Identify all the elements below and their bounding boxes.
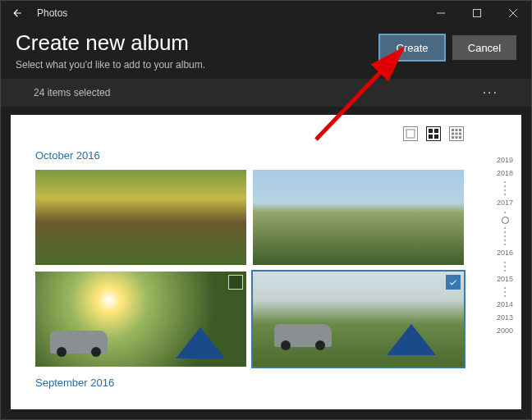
maximize-icon: [473, 9, 481, 17]
photos-window: Photos Create new album Select what you'…: [0, 0, 532, 420]
photo-content: [176, 327, 225, 358]
timeline-current-marker[interactable]: [502, 217, 509, 224]
timeline-dots: [504, 287, 506, 297]
svg-rect-12: [452, 136, 454, 139]
photo-thumbnail[interactable]: [253, 170, 464, 265]
page-header: Create new album Select what you'd like …: [1, 25, 531, 79]
page-title: Create new album: [16, 30, 380, 56]
view-single[interactable]: [403, 126, 418, 141]
svg-rect-3: [434, 129, 438, 133]
photo-content: [274, 324, 332, 347]
window-controls: [423, 1, 531, 25]
selection-checkbox[interactable]: [228, 275, 243, 290]
single-icon: [406, 129, 415, 139]
grid-small-icon: [452, 129, 461, 139]
view-grid-small[interactable]: [449, 126, 464, 141]
section-header-sep[interactable]: September 2016: [35, 377, 464, 389]
timeline-year[interactable]: 2015: [497, 275, 513, 285]
view-toggles: [35, 126, 464, 141]
svg-rect-6: [452, 129, 454, 131]
titlebar: Photos: [1, 1, 531, 25]
app-title: Photos: [34, 7, 67, 19]
timeline-dots: [504, 227, 506, 245]
header-text: Create new album Select what you'd like …: [16, 30, 380, 71]
svg-rect-9: [452, 133, 454, 135]
page-subtitle: Select what you'd like to add to your al…: [16, 59, 380, 71]
maximize-button[interactable]: [459, 1, 495, 25]
minimize-button[interactable]: [423, 1, 459, 25]
photo-grid: [35, 170, 464, 367]
more-button[interactable]: ···: [483, 85, 498, 100]
svg-rect-2: [429, 129, 433, 133]
svg-rect-0: [474, 10, 481, 17]
timeline-year[interactable]: 2019: [497, 156, 513, 166]
svg-rect-13: [456, 136, 458, 139]
svg-rect-5: [434, 135, 438, 139]
timeline-year[interactable]: 2018: [497, 169, 513, 179]
back-button[interactable]: [1, 1, 34, 25]
content-area: October 2016 September 2016: [11, 115, 521, 409]
selection-count: 24 items selected: [34, 87, 110, 98]
svg-rect-11: [459, 133, 461, 135]
photo-thumbnail[interactable]: [35, 170, 246, 265]
timeline-dots: [504, 262, 506, 272]
create-button[interactable]: Create: [380, 35, 444, 60]
minimize-icon: [437, 9, 445, 17]
section-header-oct[interactable]: October 2016: [35, 149, 464, 162]
timeline-year[interactable]: 2014: [497, 300, 513, 310]
cancel-button[interactable]: Cancel: [452, 35, 516, 60]
timeline-year[interactable]: 2016: [497, 249, 513, 258]
timeline-scrubber[interactable]: 2019 2018 2017 2016 2015 2014 2013 2000: [488, 115, 521, 409]
svg-rect-7: [456, 129, 458, 131]
check-icon: [448, 277, 458, 287]
photo-thumbnail[interactable]: [253, 272, 464, 367]
svg-rect-8: [459, 129, 461, 131]
photo-content: [387, 324, 436, 355]
svg-rect-10: [456, 133, 458, 135]
svg-rect-1: [406, 130, 415, 138]
header-actions: Create Cancel: [380, 35, 516, 60]
arrow-left-icon: [11, 7, 23, 19]
selection-checkmark[interactable]: [446, 275, 461, 290]
close-button[interactable]: [495, 1, 531, 25]
view-grid-medium[interactable]: [426, 126, 441, 141]
timeline-dots: [504, 181, 506, 195]
timeline-year[interactable]: 2000: [497, 326, 513, 336]
grid-medium-icon: [429, 129, 438, 139]
svg-rect-14: [459, 136, 461, 139]
photo-scroll[interactable]: October 2016 September 2016: [11, 115, 488, 409]
selection-bar: 24 items selected ···: [1, 79, 531, 107]
photo-thumbnail[interactable]: [35, 272, 246, 367]
close-icon: [509, 9, 517, 17]
timeline-dots: [504, 212, 506, 213]
svg-rect-4: [429, 135, 433, 139]
timeline-year[interactable]: 2017: [497, 199, 513, 208]
timeline-year[interactable]: 2013: [497, 313, 513, 323]
photo-content: [50, 331, 108, 354]
